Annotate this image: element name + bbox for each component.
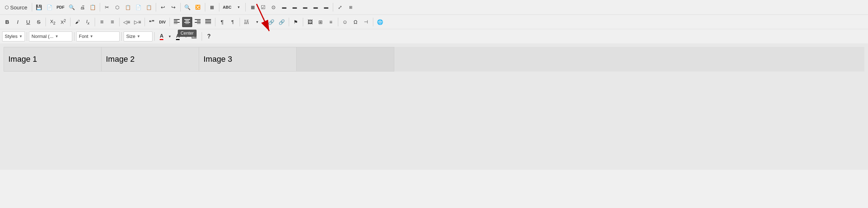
- underline-button[interactable]: U: [23, 17, 33, 27]
- paste-text-button[interactable]: 📄: [133, 2, 143, 12]
- document-button[interactable]: 📋: [88, 2, 98, 12]
- image2-cell[interactable]: Image 2: [102, 47, 199, 72]
- image1-cell[interactable]: Image 1: [4, 47, 102, 72]
- pdf-button[interactable]: PDF: [55, 2, 66, 12]
- replace-button[interactable]: 🔀: [193, 2, 203, 12]
- spellcheck-button[interactable]: ABC: [221, 2, 233, 12]
- separator: [154, 32, 155, 41]
- indent-button[interactable]: ▷≡: [132, 17, 143, 27]
- format-dropdown[interactable]: Normal (... ▼: [29, 31, 72, 42]
- help-button[interactable]: ?: [204, 31, 214, 42]
- hiddenfield-btn[interactable]: ▬: [321, 2, 331, 12]
- font-dropdown[interactable]: Font ▼: [76, 31, 120, 42]
- source-button[interactable]: ⬡ Source: [2, 3, 30, 12]
- form-icon: ▦: [251, 5, 255, 10]
- show-blocks-button[interactable]: ⊞: [345, 2, 356, 12]
- superscript-button[interactable]: X2: [58, 17, 68, 27]
- copy-format-button[interactable]: Ix: [83, 17, 93, 27]
- text-color-button[interactable]: A: [156, 31, 167, 42]
- align-left-button[interactable]: [172, 17, 182, 27]
- link-icon: 🔗: [268, 19, 274, 25]
- strikethrough-button[interactable]: S: [34, 17, 44, 27]
- justify-button[interactable]: [203, 17, 213, 27]
- separator: [180, 3, 181, 12]
- anchor-icon: ⚑: [293, 19, 298, 25]
- bold-button[interactable]: B: [2, 17, 12, 27]
- find-button[interactable]: 🔍: [182, 2, 193, 12]
- separator: [333, 3, 333, 12]
- paste-button[interactable]: 📋: [123, 2, 133, 12]
- spellcheck-dropdown-button[interactable]: ▼: [233, 2, 244, 12]
- special-char-icon: Ω: [353, 19, 357, 25]
- form-button[interactable]: ▦: [248, 2, 258, 12]
- remove-format-button[interactable]: 🖌: [72, 17, 82, 27]
- bg-color-button[interactable]: A: [173, 31, 183, 42]
- styles-arrow: ▼: [19, 34, 22, 38]
- div-button[interactable]: DIV: [157, 17, 167, 27]
- save-button[interactable]: 💾: [34, 2, 44, 12]
- radio-button-btn[interactable]: ⊙: [268, 2, 279, 12]
- show-blocks-icon: ⊞: [349, 5, 352, 10]
- separator: [70, 18, 70, 26]
- iframe-button[interactable]: 🌐: [375, 17, 385, 27]
- subscript-button[interactable]: X2: [48, 17, 58, 27]
- show-para-button[interactable]: ¶: [217, 17, 227, 27]
- subscript-icon: X2: [50, 19, 56, 25]
- copy-format2-button[interactable]: [189, 31, 200, 42]
- bg-color-dropdown[interactable]: ▼: [183, 31, 189, 42]
- cut-button[interactable]: ✂: [102, 2, 112, 12]
- link-button[interactable]: 🔗: [266, 17, 276, 27]
- align-center-button[interactable]: Center: [182, 17, 192, 27]
- select-button[interactable]: ▬: [289, 2, 300, 12]
- empty-cell[interactable]: [297, 47, 394, 72]
- button-btn[interactable]: ▬: [300, 2, 310, 12]
- undo-button[interactable]: ↩: [158, 2, 168, 12]
- page-break-button[interactable]: ⊣: [361, 17, 371, 27]
- separator: [169, 18, 170, 26]
- new-doc-button[interactable]: 📄: [44, 2, 55, 12]
- paste-icon: 📋: [125, 5, 131, 10]
- italic-button[interactable]: I: [13, 17, 23, 27]
- print-button[interactable]: 🖨: [77, 2, 87, 12]
- image-button[interactable]: 🖼: [305, 17, 315, 27]
- separator: [27, 32, 27, 41]
- hr-button[interactable]: ≡: [326, 17, 336, 27]
- special-char-button[interactable]: Ω: [351, 17, 361, 27]
- replace-icon: 🔀: [195, 5, 201, 10]
- paste-text-icon: 📄: [136, 5, 141, 10]
- justify-icon: [205, 19, 211, 25]
- select-all-button[interactable]: ▦: [207, 2, 217, 12]
- separator: [303, 18, 303, 26]
- outdent-button[interactable]: ◁≡: [121, 17, 132, 27]
- redo-icon: ↪: [171, 4, 176, 10]
- para-direction-button[interactable]: ¶: [228, 17, 238, 27]
- unlink-button[interactable]: 🔗: [277, 17, 287, 27]
- maximize-button[interactable]: ⤢: [335, 2, 345, 12]
- styles-dropdown[interactable]: Styles ▼: [2, 31, 25, 42]
- imagebutton-icon: ▬: [313, 5, 318, 10]
- language-button[interactable]: 話: [242, 17, 252, 27]
- paste-word-button[interactable]: 📋: [144, 2, 154, 12]
- align-right-button[interactable]: [193, 17, 203, 27]
- anchor-button[interactable]: ⚑: [291, 17, 301, 27]
- checkbox-button[interactable]: ☑: [258, 2, 268, 12]
- language-dropdown-button[interactable]: ▼: [252, 17, 262, 27]
- table-row: Image 1 Image 2 Image 3: [4, 47, 394, 72]
- textfield-button[interactable]: ▬: [279, 2, 289, 12]
- text-color-dropdown[interactable]: ▼: [167, 31, 172, 42]
- redo-button[interactable]: ↪: [168, 2, 179, 12]
- copy-button[interactable]: ⬡: [112, 2, 123, 12]
- align-left-icon: [174, 19, 180, 25]
- smiley-button[interactable]: ☺: [340, 17, 350, 27]
- preview-button[interactable]: 🔍: [67, 2, 77, 12]
- ordered-list-button[interactable]: ≡: [97, 17, 107, 27]
- separator: [219, 3, 219, 12]
- blockquote-button[interactable]: ❝❞: [147, 17, 157, 27]
- image3-cell[interactable]: Image 3: [199, 47, 297, 72]
- unordered-list-button[interactable]: ≡: [107, 17, 117, 27]
- separator: [119, 18, 120, 26]
- separator: [100, 3, 100, 12]
- table-button[interactable]: ⊞: [315, 17, 326, 27]
- imagebutton-btn[interactable]: ▬: [310, 2, 321, 12]
- size-dropdown[interactable]: Size ▼: [124, 31, 152, 42]
